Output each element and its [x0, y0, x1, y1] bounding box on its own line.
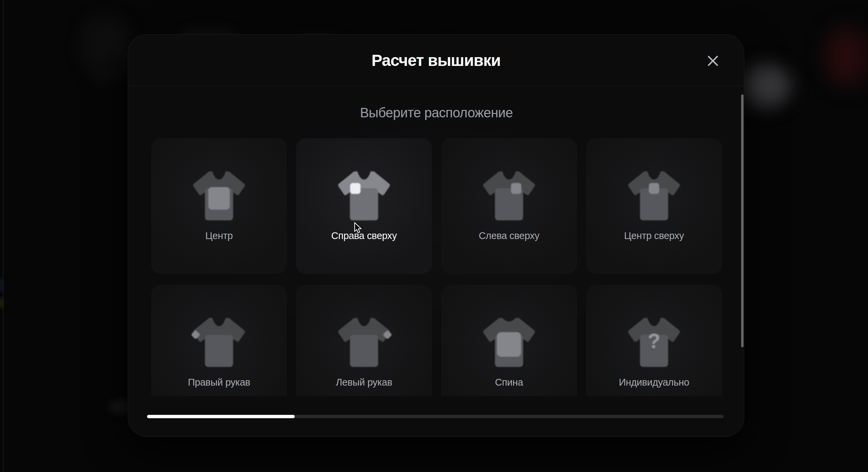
placement-scroll-area[interactable]: Выберите расположение ЦентрСправа сверху… [128, 86, 744, 396]
mouse-cursor [354, 222, 363, 236]
tshirt-front-icon [188, 314, 250, 370]
close-icon [707, 55, 719, 67]
shirt-icon-wrap [333, 168, 395, 224]
tshirt-front-icon [333, 168, 395, 224]
shirt-icon-wrap [478, 168, 540, 224]
tshirt-front-icon [478, 168, 540, 224]
placement-card-question[interactable]: ?Индивидуально [586, 285, 722, 396]
tshirt-front-icon [623, 168, 685, 224]
progress-bar [147, 415, 724, 418]
tshirt-front-icon [333, 314, 395, 370]
placement-card-label: Слева сверху [441, 230, 577, 242]
placement-card-sleeve-left-diamond[interactable]: Правый рукав [151, 285, 287, 396]
background-blob [0, 297, 3, 309]
tshirt-back-icon [478, 314, 540, 370]
placement-card-back-large[interactable]: Спина [441, 285, 577, 396]
modal-title: Расчет вышивки [371, 51, 500, 70]
placement-card-label: Левый рукав [296, 376, 432, 388]
progress-bar-fill [147, 415, 295, 418]
placement-card-label: Справа сверху [296, 230, 432, 242]
shirt-icon-wrap: ? [623, 314, 685, 370]
close-button[interactable] [707, 55, 719, 67]
svg-text:?: ? [648, 330, 660, 352]
shirt-icon-wrap [623, 168, 685, 224]
modal-footer [128, 396, 744, 437]
scrollbar-thumb[interactable] [741, 95, 744, 347]
background-blob [0, 278, 3, 293]
placement-grid: ЦентрСправа сверхуСлева сверхуЦентр свер… [151, 138, 722, 396]
placement-card-label: Центр сверху [586, 230, 722, 242]
placement-card-chest-right-small[interactable]: Слева сверху [441, 138, 577, 274]
placement-card-chest-center-small[interactable]: Центр сверху [586, 138, 722, 274]
placement-card-label: Спина [441, 376, 577, 388]
placement-card-label: Правый рукав [151, 376, 287, 388]
tshirt-front-icon [188, 168, 250, 224]
placement-card-sleeve-right-diamond[interactable]: Левый рукав [296, 285, 432, 396]
background-blob [109, 399, 130, 414]
embroidery-calculation-modal: Расчет вышивки Выберите расположение Цен… [128, 34, 744, 437]
placement-card-center-large[interactable]: Центр [151, 138, 287, 274]
shirt-icon-wrap [188, 168, 250, 224]
placement-card-label: Центр [151, 230, 287, 242]
background-red-blob [826, 27, 868, 86]
shirt-icon-wrap [333, 314, 395, 370]
shirt-icon-wrap [188, 314, 250, 370]
background-left-edge-line [3, 0, 4, 472]
placement-subtitle: Выберите расположение [128, 86, 744, 120]
placement-card-label: Индивидуально [586, 376, 722, 388]
shirt-icon-wrap [478, 314, 540, 370]
tshirt-front-icon: ? [623, 314, 685, 370]
background-button-blob [740, 65, 790, 107]
modal-header: Расчет вышивки [128, 35, 744, 86]
placement-card-chest-left-small[interactable]: Справа сверху [296, 138, 432, 274]
